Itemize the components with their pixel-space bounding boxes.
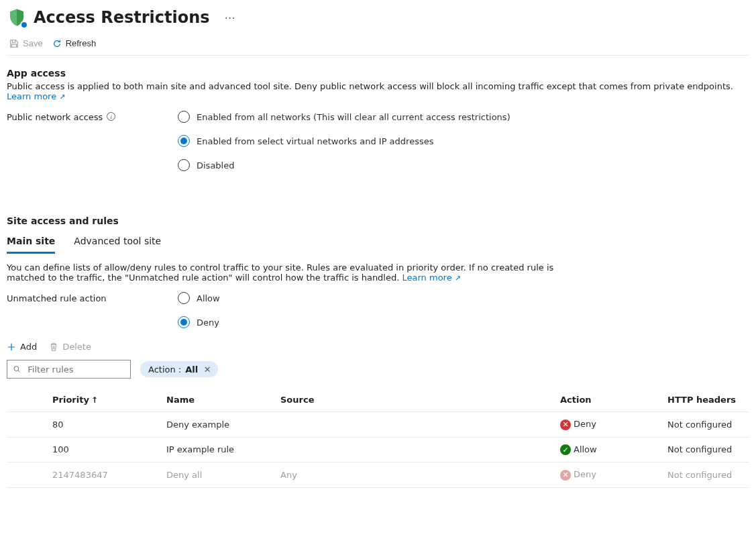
radio-icon [178, 316, 190, 328]
external-link-icon: ↗ [59, 93, 65, 101]
table-row[interactable]: 2147483647Deny allAny✕DenyNot configured [7, 462, 749, 488]
col-name[interactable]: Name [161, 388, 275, 412]
app-access-desc-text: Public access is applied to both main si… [7, 81, 733, 91]
col-priority-label: Priority [52, 395, 89, 405]
site-tabs: Main site Advanced tool site [7, 233, 749, 254]
radio-disabled-label: Disabled [197, 160, 234, 170]
cell-http-headers: Not configured [662, 462, 749, 488]
radio-all-networks[interactable]: Enabled from all networks (This will cle… [178, 111, 510, 123]
refresh-button[interactable]: Refresh [52, 38, 97, 48]
refresh-icon [52, 39, 62, 48]
delete-button: Delete [49, 342, 91, 352]
cell-name: Deny all [161, 462, 275, 488]
radio-disabled[interactable]: Disabled [178, 159, 510, 171]
cell-priority: 80 [47, 412, 161, 438]
app-access-learn-more-link[interactable]: Learn more ↗ [7, 91, 66, 101]
svg-point-0 [14, 366, 19, 371]
radio-icon [178, 159, 190, 171]
cell-source: Any [275, 462, 555, 488]
cell-source [275, 412, 555, 438]
add-label: Add [20, 342, 37, 352]
table-row[interactable]: 80Deny example✕DenyNot configured [7, 412, 749, 438]
unmatched-rule-row: Unmatched rule action Allow Deny [7, 292, 749, 328]
cell-action: ✕Deny [555, 462, 662, 488]
table-header-row: Priority↑ Name Source Action HTTP header… [7, 388, 749, 412]
close-icon[interactable]: ✕ [202, 364, 213, 375]
filter-pill-key: Action : [148, 364, 181, 375]
plus-icon [7, 342, 16, 352]
radio-select-networks-label: Enabled from select virtual networks and… [197, 136, 433, 146]
cell-name: IP example rule [161, 437, 275, 462]
cell-http-headers: Not configured [662, 412, 749, 438]
public-network-access-row: Public network access i Enabled from all… [7, 111, 749, 171]
cell-http-headers: Not configured [662, 437, 749, 462]
x-circle-icon: ✕ [560, 420, 571, 430]
shield-icon [7, 7, 27, 28]
cell-priority: 100 [47, 437, 161, 462]
learn-more-label: Learn more [402, 273, 452, 283]
radio-deny[interactable]: Deny [178, 316, 220, 328]
table-row[interactable]: 100IP example rule✓AllowNot configured [7, 437, 749, 462]
filter-pill-action[interactable]: Action : All ✕ [140, 361, 218, 377]
add-button[interactable]: Add [7, 342, 37, 352]
trash-icon [49, 342, 58, 352]
cell-priority: 2147483647 [47, 462, 161, 488]
x-circle-icon: ✕ [560, 470, 571, 481]
cell-name: Deny example [161, 412, 275, 438]
filter-row: Action : All ✕ [7, 360, 749, 379]
more-icon[interactable]: ⋯ [221, 11, 239, 24]
tab-advanced-tool-site[interactable]: Advanced tool site [74, 233, 161, 254]
col-http-headers[interactable]: HTTP headers [662, 388, 749, 412]
radio-allow[interactable]: Allow [178, 292, 220, 304]
radio-allow-label: Allow [197, 293, 220, 303]
refresh-label: Refresh [66, 38, 97, 48]
external-link-icon: ↗ [455, 274, 461, 283]
site-access-learn-more-link[interactable]: Learn more ↗ [402, 273, 462, 283]
radio-icon [178, 135, 190, 147]
radio-deny-label: Deny [197, 317, 219, 328]
unmatched-label-text: Unmatched rule action [7, 293, 107, 303]
app-access-description: Public access is applied to both main si… [7, 81, 745, 101]
cell-source [275, 437, 555, 462]
page-title: Access Restrictions [34, 8, 210, 27]
col-action[interactable]: Action [555, 388, 662, 412]
col-priority[interactable]: Priority↑ [47, 388, 161, 412]
site-access-description: You can define lists of allow/deny rules… [7, 262, 557, 283]
sort-asc-icon: ↑ [91, 395, 98, 405]
rules-table: Priority↑ Name Source Action HTTP header… [7, 388, 749, 488]
page-header: Access Restrictions ⋯ [7, 3, 749, 33]
search-input[interactable] [26, 364, 125, 375]
app-access-heading: App access [7, 68, 749, 79]
delete-label: Delete [62, 342, 91, 352]
info-icon[interactable]: i [107, 112, 115, 121]
rules-command-bar: Add Delete [7, 342, 749, 352]
save-label: Save [23, 38, 43, 48]
pna-label-text: Public network access [7, 112, 103, 122]
search-input-wrap[interactable] [7, 360, 131, 379]
unmatched-rule-options: Allow Deny [178, 292, 220, 328]
radio-icon [178, 111, 190, 123]
site-access-heading: Site access and rules [7, 215, 749, 226]
save-button: Save [9, 38, 43, 48]
radio-all-networks-label: Enabled from all networks (This will cle… [197, 112, 510, 122]
learn-more-label: Learn more [7, 91, 56, 101]
save-icon [9, 39, 19, 48]
public-network-access-options: Enabled from all networks (This will cle… [178, 111, 510, 171]
public-network-access-label: Public network access i [7, 111, 178, 171]
filter-pill-value: All [185, 364, 198, 375]
cell-action: ✓Allow [555, 437, 662, 462]
radio-select-networks[interactable]: Enabled from select virtual networks and… [178, 135, 510, 147]
site-access-desc-text: You can define lists of allow/deny rules… [7, 262, 553, 283]
unmatched-rule-label: Unmatched rule action [7, 292, 178, 328]
command-bar: Save Refresh [7, 33, 749, 56]
tab-main-site[interactable]: Main site [7, 233, 55, 254]
cell-action: ✕Deny [555, 412, 662, 438]
col-source[interactable]: Source [275, 388, 555, 412]
check-circle-icon: ✓ [560, 444, 571, 455]
search-icon [13, 364, 21, 374]
radio-icon [178, 292, 190, 304]
